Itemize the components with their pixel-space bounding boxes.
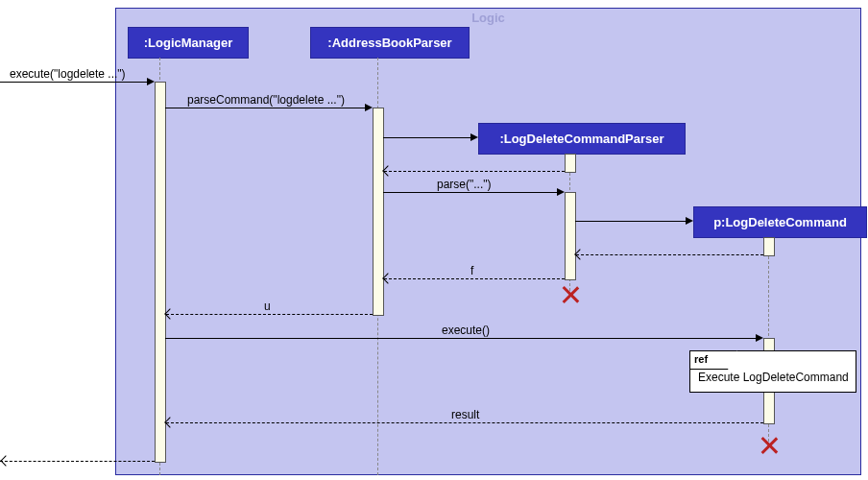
arrow-head [756, 334, 763, 342]
log-delete-parser-box: :LogDeleteCommandParser [478, 123, 686, 155]
arrow-head [0, 455, 11, 466]
arrow-head [365, 104, 373, 111]
activation-ldcp-1 [565, 154, 576, 173]
participant-label: :AddressBookParser [327, 36, 451, 50]
arrow-head [470, 133, 478, 141]
msg-result: result [451, 408, 479, 421]
msg-execute: execute() [442, 324, 490, 337]
logic-manager-box: :LogicManager [128, 27, 249, 59]
participant-label: p:LogDeleteCommand [713, 215, 847, 229]
msg-return-u: u [264, 300, 271, 313]
ref-box: ref Execute LogDeleteCommand [689, 350, 856, 393]
msg-execute-in: execute("logdelete ...") [10, 67, 126, 81]
destroy-icon [562, 286, 579, 303]
arrow-parse [383, 192, 559, 193]
arrow-create-ldcp [383, 137, 472, 138]
arrow-head [557, 188, 565, 196]
activation-lm [155, 82, 166, 463]
activation-ldcp-2 [565, 192, 576, 280]
arrow-result [166, 422, 763, 423]
destroy-icon [760, 437, 778, 454]
msg-parse: parse("...") [437, 178, 492, 191]
participant-label: :LogicManager [144, 36, 232, 50]
arrow-head [686, 217, 693, 225]
arrow-execute-in [0, 82, 148, 83]
arrow-head [147, 78, 155, 85]
arrow-parse-command [165, 108, 367, 108]
activation-abp [373, 108, 384, 316]
participant-label: :LogDeleteCommandParser [499, 132, 663, 146]
msg-parse-command: parseCommand("logdelete ...") [187, 93, 345, 107]
arrow-return-f [384, 278, 565, 279]
arrow-execute [165, 338, 758, 339]
log-delete-cmd-box: p:LogDeleteCommand [693, 206, 867, 238]
arrow-return-out [0, 461, 155, 462]
frame-label: Logic [471, 11, 505, 25]
ref-text: Execute LogDeleteCommand [698, 371, 849, 384]
ref-label: ref [689, 350, 737, 370]
arrow-return-u [166, 314, 373, 315]
arrow-return-ldcp-create [384, 171, 565, 172]
arrow-create-ldc [575, 221, 687, 222]
msg-return-f: f [470, 264, 473, 277]
logic-frame: Logic [115, 8, 861, 475]
arrow-return-ldc-create [576, 254, 763, 255]
address-book-parser-box: :AddressBookParser [310, 27, 470, 59]
activation-ldc-1 [763, 237, 775, 256]
